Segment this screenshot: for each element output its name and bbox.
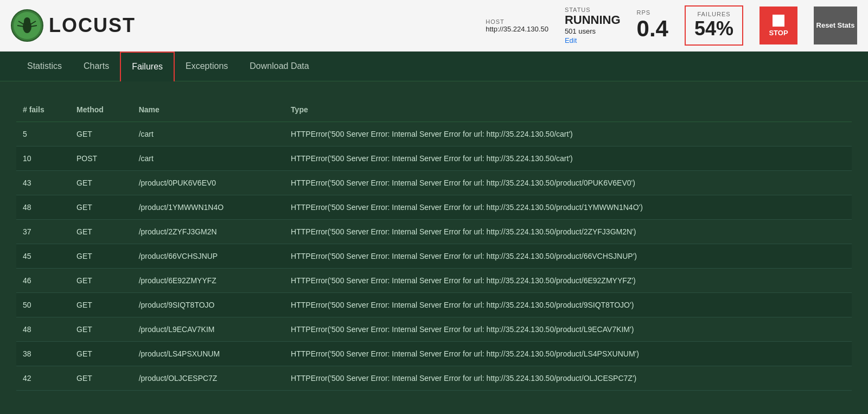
- stop-icon: [773, 15, 784, 27]
- table-row: 38GET/product/LS4PSXUNUMHTTPError('500 S…: [16, 342, 852, 366]
- cell-type: HTTPError('500 Server Error: Internal Se…: [284, 366, 852, 391]
- cell-fails: 42: [16, 366, 70, 391]
- col-name: Name: [132, 98, 284, 122]
- cell-name: /cart: [132, 122, 284, 147]
- logo-icon: [11, 9, 43, 42]
- table-row: 5GET/cartHTTPError('500 Server Error: In…: [16, 122, 852, 147]
- content: # fails Method Name Type 5GET/cartHTTPEr…: [0, 81, 868, 414]
- failures-label: FAILURES: [694, 11, 733, 17]
- cell-type: HTTPError('500 Server Error: Internal Se…: [284, 220, 852, 244]
- cell-method: POST: [70, 147, 132, 171]
- table-row: 45GET/product/66VCHSJNUPHTTPError('500 S…: [16, 244, 852, 269]
- rps-label: RPS: [637, 9, 668, 16]
- table-header: # fails Method Name Type: [16, 98, 852, 122]
- cell-name: /product/1YMWWN1N4O: [132, 195, 284, 220]
- host-value: http://35.224.130.50: [486, 25, 548, 33]
- failures-block: FAILURES 54%: [685, 5, 743, 46]
- users-value: 501 users: [565, 27, 621, 35]
- cell-name: /product/66VCHSJNUP: [132, 244, 284, 269]
- status-value: RUNNING: [565, 13, 621, 27]
- host-block: HOST http://35.224.130.50: [486, 18, 548, 33]
- cell-method: GET: [70, 171, 132, 195]
- status-block: STATUS RUNNING 501 users Edit: [565, 7, 621, 45]
- cell-fails: 45: [16, 244, 70, 269]
- failures-table: # fails Method Name Type 5GET/cartHTTPEr…: [16, 98, 852, 391]
- cell-method: GET: [70, 269, 132, 293]
- cell-type: HTTPError('500 Server Error: Internal Se…: [284, 147, 852, 171]
- table-row: 50GET/product/9SIQT8TOJOHTTPError('500 S…: [16, 293, 852, 317]
- cell-name: /product/9SIQT8TOJO: [132, 293, 284, 317]
- nav-item-charts[interactable]: Charts: [73, 52, 120, 81]
- cell-type: HTTPError('500 Server Error: Internal Se…: [284, 122, 852, 147]
- edit-link[interactable]: Edit: [565, 36, 577, 44]
- cell-type: HTTPError('500 Server Error: Internal Se…: [284, 342, 852, 366]
- table-row: 10POST/cartHTTPError('500 Server Error: …: [16, 147, 852, 171]
- rps-block: RPS 0.4: [637, 9, 668, 42]
- col-type: Type: [284, 98, 852, 122]
- col-method: Method: [70, 98, 132, 122]
- cell-fails: 48: [16, 317, 70, 342]
- cell-name: /product/0PUK6V6EV0: [132, 171, 284, 195]
- stop-button[interactable]: STOP: [760, 7, 797, 44]
- table-row: 42GET/product/OLJCESPC7ZHTTPError('500 S…: [16, 366, 852, 391]
- svg-point-3: [24, 17, 30, 25]
- cell-type: HTTPError('500 Server Error: Internal Se…: [284, 171, 852, 195]
- reset-label: Reset Stats: [816, 21, 855, 29]
- table-row: 48GET/product/1YMWWN1N4OHTTPError('500 S…: [16, 195, 852, 220]
- cell-name: /product/6E92ZMYYFZ: [132, 269, 284, 293]
- cell-method: GET: [70, 366, 132, 391]
- table-row: 46GET/product/6E92ZMYYFZHTTPError('500 S…: [16, 269, 852, 293]
- header: LOCUST HOST http://35.224.130.50 STATUS …: [0, 0, 868, 52]
- cell-method: GET: [70, 342, 132, 366]
- cell-name: /product/OLJCESPC7Z: [132, 366, 284, 391]
- cell-type: HTTPError('500 Server Error: Internal Se…: [284, 269, 852, 293]
- host-label: HOST: [486, 18, 548, 25]
- nav-label-failures: Failures: [132, 62, 163, 72]
- nav-label-download-data: Download Data: [250, 61, 309, 71]
- cell-fails: 38: [16, 342, 70, 366]
- nav-item-download-data[interactable]: Download Data: [239, 52, 320, 81]
- cell-method: GET: [70, 220, 132, 244]
- table-body: 5GET/cartHTTPError('500 Server Error: In…: [16, 122, 852, 391]
- nav-label-charts: Charts: [84, 61, 109, 71]
- nav-item-exceptions[interactable]: Exceptions: [175, 52, 239, 81]
- nav-item-statistics[interactable]: Statistics: [16, 52, 73, 81]
- cell-type: HTTPError('500 Server Error: Internal Se…: [284, 195, 852, 220]
- cell-name: /cart: [132, 147, 284, 171]
- cell-fails: 37: [16, 220, 70, 244]
- cell-type: HTTPError('500 Server Error: Internal Se…: [284, 293, 852, 317]
- cell-method: GET: [70, 195, 132, 220]
- cell-name: /product/2ZYFJ3GM2N: [132, 220, 284, 244]
- table-row: 37GET/product/2ZYFJ3GM2NHTTPError('500 S…: [16, 220, 852, 244]
- cell-fails: 46: [16, 269, 70, 293]
- cell-name: /product/L9ECAV7KIM: [132, 317, 284, 342]
- cell-type: HTTPError('500 Server Error: Internal Se…: [284, 244, 852, 269]
- logo-text: LOCUST: [49, 14, 136, 37]
- table-row: 48GET/product/L9ECAV7KIMHTTPError('500 S…: [16, 317, 852, 342]
- header-stats: HOST http://35.224.130.50 STATUS RUNNING…: [486, 5, 857, 46]
- cell-fails: 43: [16, 171, 70, 195]
- col-fails: # fails: [16, 98, 70, 122]
- cell-fails: 5: [16, 122, 70, 147]
- cell-method: GET: [70, 317, 132, 342]
- stop-label: STOP: [769, 29, 788, 37]
- nav: Statistics Charts Failures Exceptions Do…: [0, 52, 868, 81]
- cell-fails: 50: [16, 293, 70, 317]
- cell-type: HTTPError('500 Server Error: Internal Se…: [284, 317, 852, 342]
- cell-method: GET: [70, 244, 132, 269]
- status-label: STATUS: [565, 7, 621, 13]
- nav-item-failures[interactable]: Failures: [120, 52, 175, 81]
- cell-fails: 48: [16, 195, 70, 220]
- rps-value: 0.4: [637, 16, 668, 42]
- table-header-row: # fails Method Name Type: [16, 98, 852, 122]
- table-row: 43GET/product/0PUK6V6EV0HTTPError('500 S…: [16, 171, 852, 195]
- logo-area: LOCUST: [11, 9, 136, 42]
- nav-label-statistics: Statistics: [27, 61, 62, 71]
- failures-value: 54%: [694, 17, 733, 40]
- cell-fails: 10: [16, 147, 70, 171]
- reset-stats-button[interactable]: Reset Stats: [814, 7, 857, 44]
- cell-method: GET: [70, 122, 132, 147]
- nav-label-exceptions: Exceptions: [186, 61, 228, 71]
- cell-method: GET: [70, 293, 132, 317]
- cell-name: /product/LS4PSXUNUM: [132, 342, 284, 366]
